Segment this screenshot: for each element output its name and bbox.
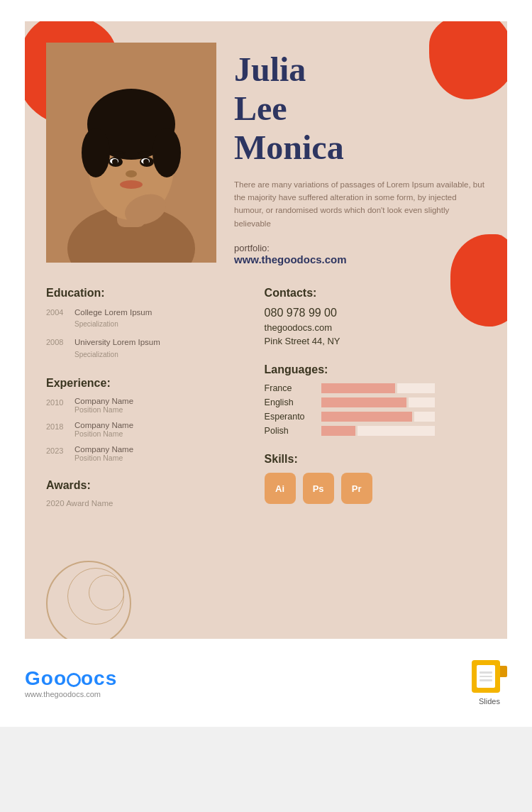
exp-year-2: 2018 [46, 421, 74, 438]
exp-position-2: Position Name [74, 429, 133, 438]
education-title: Education: [46, 287, 243, 300]
contacts-title: Contacts: [265, 287, 486, 300]
lang-bar-english [321, 397, 435, 407]
slides-line-1 [480, 671, 492, 674]
edu-year-2: 2008 [46, 336, 74, 359]
profile-photo [46, 43, 216, 263]
lang-bar-empty-france [397, 383, 435, 393]
slides-line-3 [480, 679, 492, 681]
brand-logo: Gooocs [25, 667, 117, 690]
svg-point-14 [120, 180, 143, 189]
name-line3: Monica [234, 128, 344, 166]
lang-bar-polish [321, 426, 435, 436]
slides-icon-paper [477, 665, 495, 688]
lang-name-polish: Polish [265, 426, 321, 436]
lang-bar-empty-esperanto [414, 412, 435, 422]
lang-name-france: France [265, 383, 321, 393]
svg-point-5 [82, 128, 110, 177]
lang-item-esperanto: Esperanto [265, 412, 486, 422]
svg-point-13 [126, 170, 137, 177]
edu-info-1: College Lorem Ipsum Specialization [74, 307, 152, 329]
edu-spec-1: Specialization [74, 319, 152, 329]
exp-position-1: Position Name [74, 405, 133, 414]
lang-bar-filled-france [321, 383, 395, 393]
lang-item-english: English [265, 397, 486, 407]
contact-phone: 080 978 99 00 [265, 307, 486, 319]
top-section: Julia Lee Monica There are many variatio… [25, 21, 507, 280]
bottom-section: Education: 2004 College Lorem Ipsum Spec… [25, 280, 507, 529]
edu-item-2: 2008 University Lorem Ipsum Specializati… [46, 336, 243, 359]
name-line2: Lee [234, 89, 287, 127]
blob-bottom-circle3-decoration [89, 575, 124, 610]
profile-photo-area [46, 43, 216, 263]
exp-company-3: Company Name [74, 445, 133, 454]
contact-address: Pink Street 44, NY [265, 336, 486, 346]
portfolio-url: www.thegoodocs.com [234, 253, 486, 265]
exp-item-3: 2023 Company Name Position Name [46, 445, 243, 462]
slides-line-2 [480, 676, 492, 678]
brand-website: www.thegoodocs.com [25, 690, 117, 698]
skill-ai: Ai [265, 473, 296, 504]
lang-name-esperanto: Esperanto [265, 412, 321, 422]
name-line1: Julia [234, 50, 306, 88]
edu-year-1: 2004 [46, 307, 74, 329]
skills-row: Ai Ps Pr [265, 473, 486, 504]
awards-title: Awards: [46, 479, 243, 492]
brand-left: Gooocs www.thegoodocs.com [25, 667, 117, 698]
edu-spec-2: Specialization [74, 349, 160, 360]
bio-description: There are many variations of passages of… [234, 178, 486, 231]
left-column: Education: 2004 College Lorem Ipsum Spec… [46, 287, 257, 508]
app-label: Slides [479, 697, 500, 706]
skill-pr: Pr [341, 473, 372, 504]
portfolio-label: portfolio: [234, 243, 486, 253]
full-name: Julia Lee Monica [234, 50, 486, 168]
lang-item-france: France [265, 383, 486, 393]
edu-name-1: College Lorem Ipsum [74, 307, 152, 319]
skills-title: Skills: [265, 453, 486, 466]
lang-bar-filled-english [321, 397, 406, 407]
svg-point-11 [112, 159, 118, 165]
footer-branding: Gooocs www.thegoodocs.com Slides [25, 653, 507, 713]
exp-company-2: Company Name [74, 421, 133, 429]
svg-point-12 [143, 159, 149, 165]
slides-icon-body [472, 660, 500, 693]
lang-bar-esperanto [321, 412, 435, 422]
page-wrapper: Julia Lee Monica There are many variatio… [0, 0, 532, 727]
right-column: Contacts: 080 978 99 00 thegoodocs.com P… [257, 287, 486, 508]
exp-item-1: 2010 Company Name Position Name [46, 397, 243, 414]
lang-item-polish: Polish [265, 426, 486, 436]
exp-info-1: Company Name Position Name [74, 397, 133, 414]
edu-name-2: University Lorem Ipsum [74, 336, 160, 349]
exp-info-2: Company Name Position Name [74, 421, 133, 438]
lang-bar-france [321, 383, 435, 393]
slides-icon-container [472, 660, 507, 696]
contact-email: thegoodocs.com [265, 322, 486, 333]
name-area: Julia Lee Monica There are many variatio… [216, 43, 486, 265]
lang-bar-filled-polish [321, 426, 355, 436]
svg-point-6 [153, 128, 181, 177]
exp-company-1: Company Name [74, 397, 133, 405]
resume-card: Julia Lee Monica There are many variatio… [25, 21, 507, 639]
exp-item-2: 2018 Company Name Position Name [46, 421, 243, 438]
skill-ps: Ps [303, 473, 334, 504]
exp-year-3: 2023 [46, 445, 74, 462]
award-item-1: 2020 Award Name [46, 499, 243, 508]
exp-position-3: Position Name [74, 454, 133, 462]
lang-bar-empty-polish [358, 426, 435, 436]
lang-name-english: English [265, 397, 321, 407]
languages-title: Languages: [265, 363, 486, 376]
edu-info-2: University Lorem Ipsum Specialization [74, 336, 160, 359]
exp-year-1: 2010 [46, 397, 74, 414]
lang-bar-filled-esperanto [321, 412, 412, 422]
exp-info-3: Company Name Position Name [74, 445, 133, 462]
edu-item-1: 2004 College Lorem Ipsum Specialization [46, 307, 243, 329]
brand-right: Slides [472, 660, 507, 706]
experience-title: Experience: [46, 377, 243, 390]
lang-bar-empty-english [409, 397, 435, 407]
